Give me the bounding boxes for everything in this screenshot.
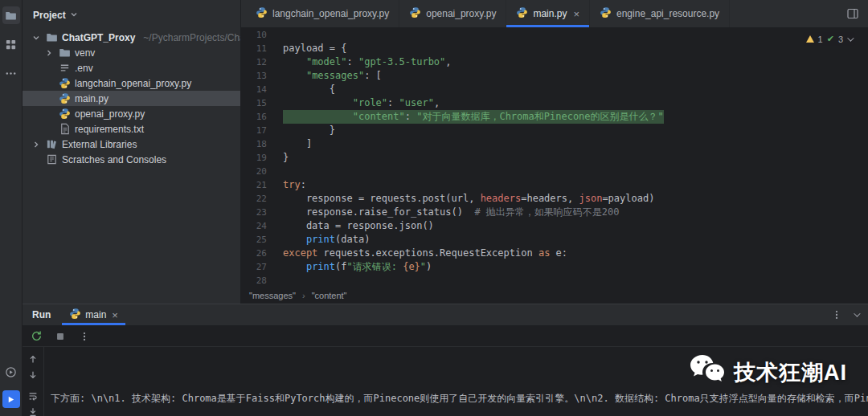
tree-item-chatgpt-proxy[interactable]: ChatGPT_Proxy~/PycharmProjects/ChatGPT_P: [23, 30, 240, 45]
line-number-13: 13: [241, 69, 267, 83]
editor-column: langchain_openai_proxy.pyopenai_proxy.py…: [241, 0, 868, 304]
breadcrumb-separator: ›: [302, 291, 305, 300]
run-more-options-icon[interactable]: [77, 329, 92, 344]
line-number-14: 14: [241, 83, 267, 96]
tab-langchain-openai-proxy-py[interactable]: langchain_openai_proxy.py: [246, 0, 399, 27]
run-toolbar: [23, 326, 868, 347]
python-file-icon: [69, 308, 81, 322]
chevron-right-icon[interactable]: [31, 141, 41, 149]
up-stacktrace-icon[interactable]: [26, 353, 40, 365]
editor-layout-icon[interactable]: [845, 6, 860, 21]
tab-label: main.py: [533, 8, 567, 19]
tree-item-label: venv: [75, 47, 95, 59]
run-tool-icon[interactable]: [2, 390, 20, 408]
tab-engine-api-resource-py[interactable]: engine_api_resource.py: [590, 0, 730, 27]
close-icon[interactable]: ×: [573, 9, 579, 19]
code-line-23[interactable]: response.raise_for_status() # 抛出异常，如果响应码…: [283, 206, 868, 219]
tree-item-main-py[interactable]: main.py: [23, 91, 240, 106]
line-number-10: 10: [241, 28, 267, 42]
python-file-icon: [256, 6, 268, 21]
tab-label: openai_proxy.py: [426, 8, 496, 19]
tree-item-langchain-openai-proxy-py[interactable]: langchain_openai_proxy.py: [23, 75, 240, 91]
chevron-down-icon: [847, 35, 854, 41]
services-tool-icon[interactable]: [2, 363, 20, 381]
line-number-11: 11: [241, 42, 267, 55]
watermark: 技术狂潮AI: [689, 353, 847, 391]
chevron-down-icon[interactable]: [31, 34, 41, 42]
python-icon: [58, 77, 71, 89]
warning-count: 1: [818, 35, 823, 44]
text-icon: [58, 123, 71, 135]
down-stacktrace-icon[interactable]: [26, 369, 40, 381]
run-tab-label: main: [85, 309, 106, 320]
code-line-13[interactable]: "messages": [: [283, 69, 868, 83]
tree-item-label: .env: [75, 63, 93, 74]
python-icon: [58, 92, 71, 104]
tree-item-external-libraries[interactable]: External Libraries: [23, 137, 240, 152]
scratch-icon: [45, 153, 58, 165]
chevron-right-icon[interactable]: [43, 49, 54, 57]
tab-label: engine_api_resource.py: [616, 8, 719, 19]
scroll-to-end-icon[interactable]: [26, 406, 40, 416]
hide-panel-icon[interactable]: [854, 310, 860, 316]
console-output: 下方面: \n\n1. 技术架构: Chroma是基于Faiss和PyTorch…: [51, 392, 862, 406]
close-icon[interactable]: ×: [112, 310, 118, 320]
tree-item-label: Scratches and Consoles: [62, 154, 166, 165]
breadcrumb-item[interactable]: "messages": [249, 291, 296, 300]
code-line-17[interactable]: }: [283, 124, 868, 137]
code-line-18[interactable]: ]: [283, 137, 868, 151]
editor-tabs: langchain_openai_proxy.pyopenai_proxy.py…: [246, 0, 730, 27]
line-number-26: 26: [241, 247, 267, 260]
rerun-button[interactable]: [29, 329, 43, 344]
code-line-20[interactable]: [283, 165, 868, 178]
inspections-widget[interactable]: 1 ✔ 3: [803, 32, 855, 46]
tree-item-requirements-txt[interactable]: requirements.txt: [23, 121, 240, 137]
soft-wrap-icon[interactable]: [26, 390, 40, 402]
project-tree: ChatGPT_Proxy~/PycharmProjects/ChatGPT_P…: [23, 30, 240, 304]
tab-openai-proxy-py[interactable]: openai_proxy.py: [399, 0, 506, 27]
project-tool-icon[interactable]: [2, 6, 20, 24]
code-line-14[interactable]: {: [283, 83, 868, 96]
code-line-12[interactable]: "model": "gpt-3.5-turbo",: [283, 55, 868, 69]
code-line-21[interactable]: try:: [283, 178, 868, 192]
console-toolbar: [23, 347, 44, 416]
run-panel-title: Run: [32, 309, 51, 320]
folder-icon: [45, 31, 58, 43]
editor[interactable]: 10111213141516171819202122232425262728 p…: [241, 28, 868, 288]
project-panel: Project ChatGPT_Proxy~/PycharmProjects/C…: [23, 0, 241, 304]
code-line-22[interactable]: response = requests.post(url, headers=he…: [283, 192, 868, 206]
code-line-16[interactable]: "content": "对于向量数据库，Chroma和Pinecone的区别是什…: [283, 110, 868, 124]
more-options-icon[interactable]: [829, 308, 844, 322]
tree-item-label: requirements.txt: [75, 124, 144, 135]
project-panel-header[interactable]: Project: [23, 0, 240, 30]
code-line-28[interactable]: [283, 274, 868, 288]
project-panel-title: Project: [33, 10, 66, 21]
code-area[interactable]: payload = { "model": "gpt-3.5-turbo", "m…: [283, 28, 868, 288]
tree-item-openai-proxy-py[interactable]: openai_proxy.py: [23, 106, 240, 121]
tree-item-label: ChatGPT_Proxy: [62, 32, 135, 43]
python-icon: [58, 108, 71, 120]
code-line-19[interactable]: }: [283, 151, 868, 165]
code-line-24[interactable]: data = response.json(): [283, 219, 868, 233]
line-number-25: 25: [241, 233, 267, 247]
run-panel-header: Run main ×: [23, 304, 868, 326]
tree-item-env[interactable]: .env: [23, 60, 240, 75]
breadcrumb-item[interactable]: "content": [312, 291, 347, 300]
code-line-10[interactable]: [283, 28, 868, 42]
chevron-down-icon: [70, 10, 78, 21]
code-line-11[interactable]: payload = {: [283, 42, 868, 55]
tree-item-label: openai_proxy.py: [75, 108, 145, 120]
code-line-25[interactable]: print(data): [283, 233, 868, 247]
code-line-26[interactable]: except requests.exceptions.RequestExcept…: [283, 247, 868, 260]
editor-gutter: 10111213141516171819202122232425262728: [241, 28, 283, 288]
structure-tool-icon[interactable]: [2, 35, 20, 53]
code-line-27[interactable]: print(f"请求错误: {e}"): [283, 260, 868, 274]
tab-main-py[interactable]: main.py×: [506, 0, 590, 27]
tree-item-scratches-and-consoles[interactable]: Scratches and Consoles: [23, 152, 240, 167]
tree-item-venv[interactable]: venv: [23, 45, 240, 60]
more-tool-windows-icon[interactable]: [2, 64, 20, 82]
python-file-icon: [600, 6, 612, 21]
stop-button[interactable]: [53, 329, 68, 344]
code-line-15[interactable]: "role": "user",: [283, 96, 868, 110]
run-tab-main[interactable]: main ×: [62, 304, 125, 325]
